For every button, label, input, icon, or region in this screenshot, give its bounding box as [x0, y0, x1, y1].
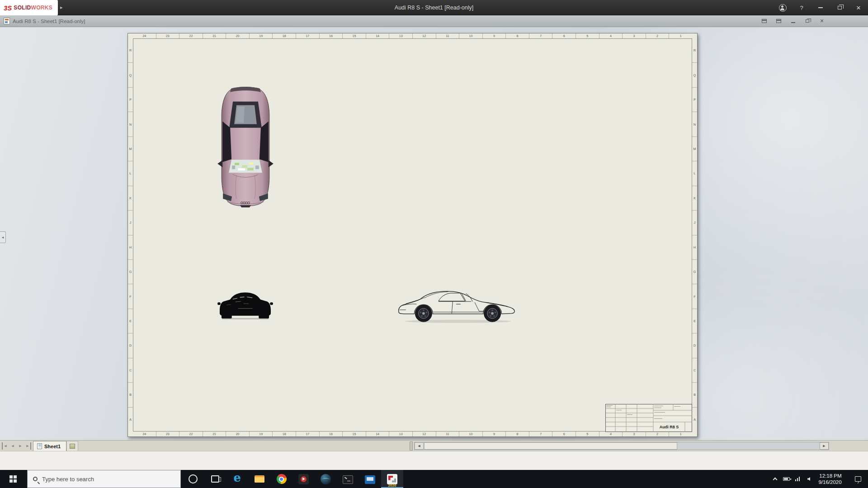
- zone-label: E: [128, 309, 133, 333]
- zone-label: 3: [623, 33, 646, 38]
- zone-label: D: [128, 333, 133, 358]
- horizontal-scrollbar[interactable]: ◀ ▶: [414, 442, 829, 450]
- scrollbar-thumb[interactable]: [424, 442, 677, 450]
- zone-label: 7: [529, 432, 553, 436]
- screen: 3S SOLID WORKS ▸ Audi R8 S - Sheet1 [Rea…: [0, 0, 868, 488]
- tab-scroll-splitter[interactable]: [410, 441, 413, 450]
- zone-label: Q: [128, 63, 133, 87]
- user-avatar-icon: [779, 4, 787, 12]
- minimize-icon: [818, 7, 823, 8]
- nav-first-icon: ◀: [4, 444, 6, 448]
- terminal-taskbar-button[interactable]: [337, 470, 359, 488]
- zone-label: 8: [506, 33, 529, 38]
- battery-tray-button[interactable]: [780, 470, 792, 488]
- zone-label: D: [692, 333, 697, 358]
- sheet-nav-first-button[interactable]: ◀: [2, 442, 8, 450]
- chrome-taskbar-button[interactable]: [270, 470, 292, 488]
- scroll-right-icon: ▶: [823, 444, 825, 448]
- pane-icon: [762, 19, 767, 23]
- chrome-icon: [277, 474, 287, 484]
- zone-label: 3: [623, 432, 646, 436]
- sheet-nav-next-button[interactable]: ▶: [17, 442, 24, 450]
- zone-label: 13: [389, 33, 413, 38]
- cortana-taskbar-button[interactable]: [182, 470, 204, 488]
- action-center-button[interactable]: [848, 470, 868, 488]
- restore-button[interactable]: [830, 0, 849, 15]
- red-app-icon: [298, 474, 309, 484]
- zone-label: 19: [250, 33, 273, 38]
- task-view-taskbar-button[interactable]: [204, 470, 226, 488]
- volume-tray-button[interactable]: [803, 470, 815, 488]
- 3ds-logo-icon: 3S: [4, 4, 12, 12]
- zone-label: 2: [646, 33, 670, 38]
- help-button[interactable]: ?: [792, 0, 811, 15]
- zone-label: 12: [413, 432, 436, 436]
- zone-label: J: [692, 211, 697, 235]
- document-title-bar: Audi R8 S - Sheet1 [Read-only] ✕: [0, 15, 868, 27]
- windows-taskbar: 2020 12:18 PM 9/16/2020: [0, 470, 868, 488]
- doc-minimize-button[interactable]: [788, 17, 798, 25]
- search-icon: [33, 477, 38, 481]
- solidworks-icon: [387, 474, 397, 484]
- tray-chevron-up-button[interactable]: [769, 470, 780, 488]
- doc-restore-button[interactable]: [802, 17, 813, 25]
- zone-label: P: [128, 88, 133, 112]
- minimize-button[interactable]: [811, 0, 830, 15]
- drawing-view-top[interactable]: [217, 86, 274, 208]
- zone-label: 6: [552, 432, 576, 436]
- taskbar-clock[interactable]: 12:18 PM 9/16/2020: [815, 470, 848, 488]
- sphere-app-taskbar-button[interactable]: [315, 470, 337, 488]
- tab-sheet1[interactable]: Sheet1: [33, 441, 66, 451]
- clock-time: 12:18 PM: [818, 473, 841, 479]
- zone-label: A: [692, 408, 697, 432]
- front-view-drawing: [217, 287, 273, 324]
- blue-window-app-icon: [365, 475, 375, 484]
- solidworks-taskbar-button[interactable]: 2020: [381, 470, 403, 488]
- search-input[interactable]: [42, 476, 169, 483]
- network-tray-button[interactable]: [792, 470, 803, 488]
- zone-label: H: [128, 235, 133, 260]
- start-button[interactable]: [0, 470, 26, 488]
- scroll-left-button[interactable]: ◀: [415, 442, 424, 450]
- zone-label: G: [692, 260, 697, 284]
- close-button[interactable]: ✕: [849, 0, 868, 15]
- menu-expand-arrow-icon[interactable]: ▸: [60, 5, 63, 10]
- blue-window-app-taskbar-button[interactable]: [359, 470, 381, 488]
- sheet-tab-label: Sheet1: [44, 444, 61, 449]
- action-center-icon: [855, 476, 861, 482]
- featuremanager-flyout-button[interactable]: ◂: [0, 231, 6, 243]
- nav-prev-icon: ◀: [11, 444, 14, 448]
- red-app-taskbar-button[interactable]: [292, 470, 315, 488]
- add-sheet-tab[interactable]: [66, 441, 78, 451]
- sheet-nav-prev-button[interactable]: ◀: [9, 442, 16, 450]
- zone-label: 1: [669, 33, 692, 38]
- taskbar-search-box[interactable]: [27, 470, 181, 488]
- sheet-nav-last-button[interactable]: ▶: [25, 442, 31, 450]
- task-view-icon: [211, 475, 219, 483]
- zone-label: B: [128, 383, 133, 407]
- zone-label: 11: [436, 432, 460, 436]
- solidworks-menu-button[interactable]: 3S SOLID WORKS: [0, 0, 58, 15]
- scroll-right-button[interactable]: ▶: [820, 442, 829, 450]
- sphere-app-icon: [321, 474, 331, 484]
- edge-taskbar-button[interactable]: [226, 470, 248, 488]
- title-block[interactable]: Audi R8 S: [605, 404, 692, 432]
- zone-ruler-right: RQPNMLKJHGFEDCBA: [692, 38, 697, 432]
- file-explorer-taskbar-button[interactable]: [248, 470, 270, 488]
- close-icon: ✕: [856, 5, 861, 11]
- doc-pane-button-1[interactable]: [759, 17, 769, 25]
- zone-ruler-bottom: 242322212019181716151413121110987654321: [133, 432, 692, 436]
- zone-label: E: [692, 309, 697, 333]
- status-bar: [0, 451, 868, 470]
- drawing-sheet[interactable]: 242322212019181716151413121110987654321 …: [127, 33, 698, 437]
- doc-close-button[interactable]: ✕: [816, 17, 827, 25]
- window-title: Audi R8 S - Sheet1 [Read-only]: [0, 0, 868, 15]
- zone-label: B: [692, 383, 697, 407]
- account-button[interactable]: [773, 0, 792, 15]
- graphics-area[interactable]: ◂ 24232221201918171615141312111098765432…: [0, 27, 868, 440]
- minimize-icon: [791, 22, 795, 23]
- drawing-view-front[interactable]: [217, 287, 273, 324]
- doc-pane-button-2[interactable]: [773, 17, 784, 25]
- drawing-view-side[interactable]: [394, 288, 521, 324]
- system-tray: 12:18 PM 9/16/2020: [769, 470, 868, 488]
